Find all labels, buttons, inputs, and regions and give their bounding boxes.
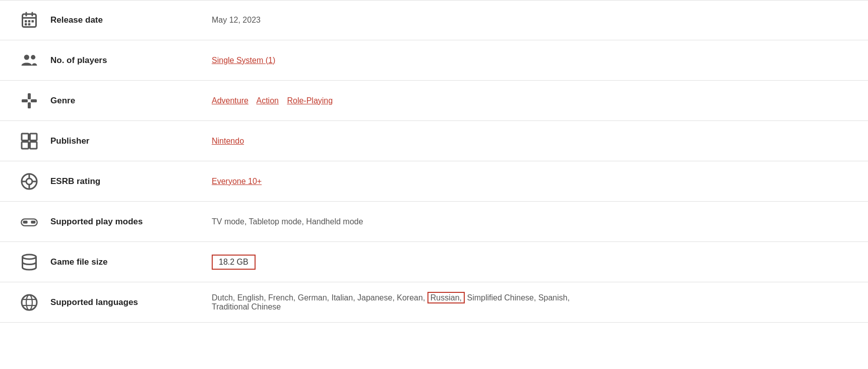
svg-rect-27: [31, 220, 35, 223]
genre-value: Adventure Action Role-Playing: [212, 96, 848, 105]
svg-rect-14: [31, 99, 37, 102]
globe-icon: [20, 293, 50, 312]
svg-point-9: [24, 54, 29, 59]
esrb-label: ESRB rating: [50, 176, 212, 187]
database-icon: [20, 253, 50, 271]
svg-rect-6: [32, 20, 34, 23]
row-play-modes: Supported play modes TV mode, Tabletop m…: [0, 202, 868, 242]
row-genre: Genre Adventure Action Role-Playing: [0, 81, 868, 121]
svg-rect-17: [22, 142, 29, 149]
release-date-label: Release date: [50, 15, 212, 25]
adventure-link[interactable]: Adventure: [212, 96, 249, 105]
play-modes-value: TV mode, Tabletop mode, Handheld mode: [212, 217, 848, 226]
genre-label: Genre: [50, 96, 212, 106]
publisher-label: Publisher: [50, 136, 212, 146]
file-size-value: 18.2 GB: [212, 255, 848, 270]
svg-rect-4: [25, 20, 27, 23]
num-players-value: Single System (1): [212, 56, 848, 65]
row-file-size: Game file size 18.2 GB: [0, 242, 868, 282]
svg-rect-5: [28, 20, 31, 23]
role-playing-link[interactable]: Role-Playing: [287, 96, 333, 105]
russian-highlighted: Russian,: [427, 292, 465, 303]
svg-rect-8: [28, 23, 31, 26]
nintendo-link[interactable]: Nintendo: [212, 137, 244, 145]
svg-point-28: [23, 255, 36, 259]
single-system-link[interactable]: Single System (1): [212, 56, 275, 65]
calendar-icon: [20, 11, 50, 29]
esrb-icon: [20, 172, 50, 191]
svg-rect-16: [30, 134, 37, 141]
languages-value: Dutch, English, French, German, Italian,…: [212, 293, 848, 312]
publisher-icon: [20, 132, 50, 150]
num-players-label: No. of players: [50, 55, 212, 66]
row-publisher: Publisher Nintendo: [0, 121, 868, 161]
genre-icon: [20, 92, 50, 110]
languages-label: Supported languages: [50, 297, 212, 307]
svg-rect-12: [28, 102, 31, 108]
game-info-table: Release date May 12, 2023 No. of players…: [0, 0, 868, 323]
release-date-value: May 12, 2023: [212, 16, 848, 25]
row-languages: Supported languages Dutch, English, Fren…: [0, 282, 868, 323]
everyone-10-link[interactable]: Everyone 10+: [212, 177, 262, 186]
svg-point-10: [31, 55, 35, 59]
players-icon: [20, 51, 50, 70]
file-size-boxed: 18.2 GB: [212, 255, 256, 270]
row-release-date: Release date May 12, 2023: [0, 0, 868, 40]
play-modes-label: Supported play modes: [50, 217, 212, 227]
svg-point-29: [22, 295, 37, 310]
controller-icon: [20, 213, 50, 231]
row-esrb: ESRB rating Everyone 10+: [0, 161, 868, 202]
svg-rect-7: [25, 23, 27, 26]
esrb-value: Everyone 10+: [212, 177, 848, 186]
svg-rect-13: [22, 99, 28, 102]
languages-before: Dutch, English, French, German, Italian,…: [212, 293, 427, 302]
publisher-value: Nintendo: [212, 137, 848, 146]
svg-point-30: [26, 295, 32, 310]
svg-point-20: [26, 178, 32, 184]
row-num-players: No. of players Single System (1): [0, 40, 868, 81]
svg-rect-15: [22, 134, 29, 141]
svg-rect-18: [30, 142, 37, 149]
action-link[interactable]: Action: [257, 96, 279, 105]
svg-rect-11: [28, 93, 31, 99]
svg-rect-26: [23, 220, 28, 223]
file-size-label: Game file size: [50, 257, 212, 267]
